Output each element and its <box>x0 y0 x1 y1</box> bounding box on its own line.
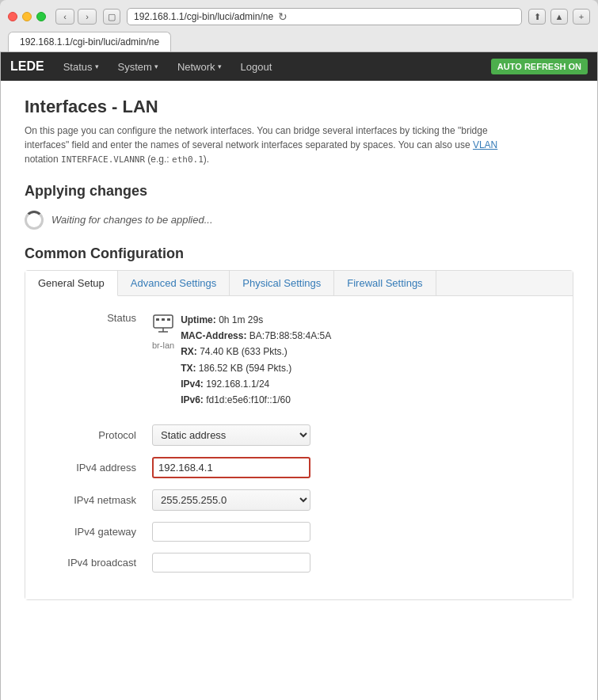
desc-text-3: (e.g.: <box>145 154 172 165</box>
nav-brand: LEDE <box>10 59 44 74</box>
back-button[interactable]: ‹ <box>55 9 74 25</box>
address-text: 192.168.1.1/cgi-bin/luci/admin/ne <box>134 11 273 22</box>
protocol-control: Static address DHCP client PPPoE Unmanag… <box>152 424 557 446</box>
tabs-container: General Setup Advanced Settings Physical… <box>25 270 573 600</box>
applying-title: Applying changes <box>25 183 573 200</box>
protocol-label: Protocol <box>41 429 152 441</box>
tab-content-general: Status <box>25 296 573 599</box>
nav-logout-label: Logout <box>241 61 272 73</box>
ipv4-netmask-row: IPv4 netmask 255.255.255.0 255.255.0.0 2… <box>41 489 557 511</box>
chevron-down-icon: ▾ <box>218 63 222 70</box>
maximize-button[interactable] <box>36 12 46 21</box>
nav-item-status[interactable]: Status ▾ <box>55 56 107 78</box>
status-tx: TX: 186.52 KB (594 Pkts.) <box>181 360 331 376</box>
desc-text-4: ). <box>204 154 209 165</box>
ipv4-broadcast-label: IPv4 broadcast <box>41 557 152 569</box>
ipv4-gateway-label: IPv4 gateway <box>41 526 152 538</box>
ipv4-gateway-input[interactable] <box>152 522 310 542</box>
status-icon-wrap: br-lan <box>152 312 174 350</box>
svg-rect-5 <box>167 318 170 321</box>
tab-physical-label: Physical Settings <box>242 277 321 289</box>
desc-text-1: On this page you can configure the netwo… <box>25 125 488 150</box>
chevron-down-icon: ▾ <box>95 63 99 70</box>
ipv4-address-input[interactable] <box>152 457 310 478</box>
status-mac: MAC-Address: BA:7B:88:58:4A:5A <box>181 328 331 344</box>
share-button[interactable]: ⬆ <box>528 9 546 25</box>
desc-example: eth0.1 <box>172 154 204 165</box>
ipv4-broadcast-row: IPv4 broadcast <box>41 553 557 573</box>
interface-name: br-lan <box>152 340 174 350</box>
tab-advanced-settings[interactable]: Advanced Settings <box>118 271 230 295</box>
loading-spinner <box>25 211 44 230</box>
ipv4-address-control <box>152 457 557 478</box>
vlan-link[interactable]: VLAN <box>473 139 497 150</box>
status-uptime: Uptime: 0h 1m 29s <box>181 312 331 328</box>
browser-nav-buttons: ‹ › <box>55 9 97 25</box>
status-ipv6: IPv6: fd1d:e5e6:f10f::1/60 <box>181 392 331 408</box>
tab-firewall-settings[interactable]: Firewall Settings <box>334 271 436 295</box>
common-config-title: Common Configuration <box>25 245 573 262</box>
network-interface-icon <box>152 312 174 339</box>
ipv4-netmask-control: 255.255.255.0 255.255.0.0 255.0.0.0 <box>152 489 557 511</box>
tab-advanced-label: Advanced Settings <box>131 277 216 289</box>
protocol-row: Protocol Static address DHCP client PPPo… <box>41 424 557 446</box>
address-bar[interactable]: 192.168.1.1/cgi-bin/luci/admin/ne ↻ <box>127 8 522 25</box>
desc-code: INTERFACE.VLANNR <box>61 154 145 165</box>
ipv4-broadcast-input[interactable] <box>152 553 310 573</box>
ipv4-address-row: IPv4 address <box>41 457 557 478</box>
tab-physical-settings[interactable]: Physical Settings <box>230 271 334 295</box>
nav-item-system[interactable]: System ▾ <box>110 56 166 78</box>
status-details: Uptime: 0h 1m 29s MAC-Address: BA:7B:88:… <box>181 312 331 409</box>
tab-general-setup[interactable]: General Setup <box>25 271 118 296</box>
tabs-header: General Setup Advanced Settings Physical… <box>25 271 573 296</box>
auto-refresh-button[interactable]: AUTO REFRESH ON <box>491 59 588 74</box>
add-tab-button[interactable]: + <box>573 9 590 25</box>
browser-chrome: ‹ › ▢ 192.168.1.1/cgi-bin/luci/admin/ne … <box>0 0 598 52</box>
nav-item-logout[interactable]: Logout <box>233 56 280 78</box>
top-nav: LEDE Status ▾ System ▾ Network ▾ Logout … <box>1 52 597 81</box>
browser-tab-active[interactable]: 192.168.1.1/cgi-bin/luci/admin/ne <box>8 32 171 51</box>
page-title: Interfaces - LAN <box>25 97 573 117</box>
refresh-icon[interactable]: ↻ <box>278 10 288 23</box>
applying-section: Waiting for changes to be applied... <box>25 211 573 230</box>
ipv4-gateway-control <box>152 522 557 542</box>
reader-button[interactable]: ▢ <box>103 9 120 25</box>
tab-firewall-label: Firewall Settings <box>347 277 422 289</box>
desc-text-2: notation <box>25 154 61 165</box>
ipv4-netmask-select[interactable]: 255.255.255.0 255.255.0.0 255.0.0.0 <box>152 489 310 511</box>
status-row: Status <box>41 312 557 409</box>
nav-item-network[interactable]: Network ▾ <box>169 56 230 78</box>
toolbar-right: ⬆ ▲ + <box>528 9 590 25</box>
svg-rect-3 <box>156 318 159 321</box>
chevron-down-icon: ▾ <box>154 63 158 70</box>
protocol-select[interactable]: Static address DHCP client PPPoE Unmanag… <box>152 424 310 446</box>
main-content: Interfaces - LAN On this page you can co… <box>1 81 597 616</box>
ipv4-netmask-label: IPv4 netmask <box>41 494 152 506</box>
nav-system-label: System <box>118 61 152 73</box>
nav-network-label: Network <box>177 61 215 73</box>
applying-status-text: Waiting for changes to be applied... <box>51 214 213 226</box>
minimize-button[interactable] <box>22 12 32 21</box>
ipv4-gateway-row: IPv4 gateway <box>41 522 557 542</box>
forward-button[interactable]: › <box>78 9 97 25</box>
tab-general-label: General Setup <box>38 277 105 289</box>
status-ipv4: IPv4: 192.168.1.1/24 <box>181 376 331 392</box>
browser-tabs: 192.168.1.1/cgi-bin/luci/admin/ne <box>8 32 590 51</box>
close-button[interactable] <box>8 12 17 21</box>
app-container: LEDE Status ▾ System ▾ Network ▾ Logout … <box>0 52 598 700</box>
ipv4-address-label: IPv4 address <box>41 462 152 474</box>
svg-rect-0 <box>154 315 173 328</box>
new-tab-button[interactable]: ▲ <box>550 9 568 25</box>
svg-rect-4 <box>162 318 165 321</box>
browser-titlebar: ‹ › ▢ 192.168.1.1/cgi-bin/luci/admin/ne … <box>8 8 590 25</box>
ipv4-broadcast-control <box>152 553 557 573</box>
status-field-label: Status <box>41 312 152 324</box>
status-rx: RX: 74.40 KB (633 Pkts.) <box>181 344 331 360</box>
nav-status-label: Status <box>63 61 93 73</box>
page-description: On this page you can configure the netwo… <box>25 124 531 167</box>
traffic-lights <box>8 12 46 21</box>
tab-title: 192.168.1.1/cgi-bin/luci/admin/ne <box>20 36 159 48</box>
